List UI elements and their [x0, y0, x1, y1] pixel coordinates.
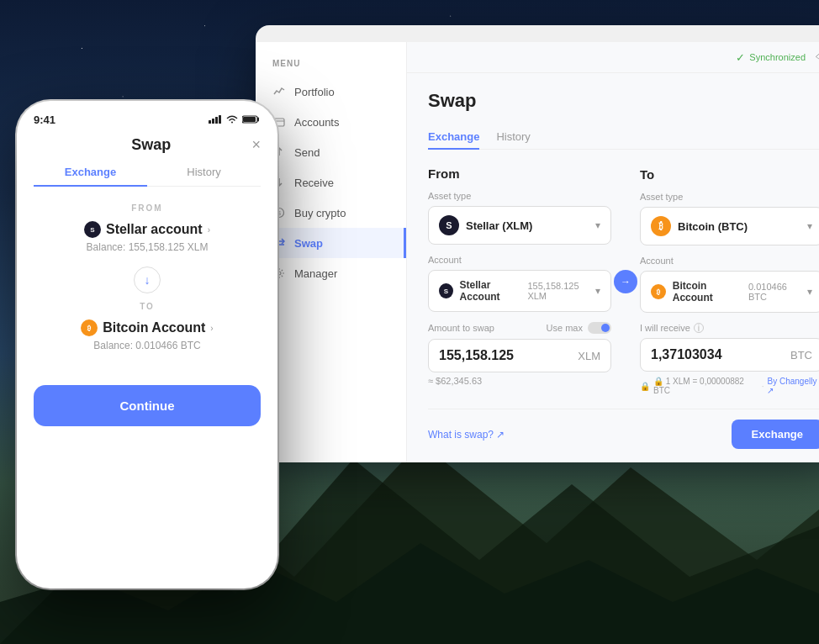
svg-point-9	[277, 272, 281, 275]
svg-rect-13	[219, 115, 221, 124]
from-asset-type-label: Asset type	[428, 191, 611, 201]
svg-rect-10	[209, 120, 211, 124]
phone-to-label: TO	[34, 302, 261, 311]
phone-close-button[interactable]: ×	[251, 136, 261, 154]
phone-to-account-name: Bitcoin Account	[103, 320, 205, 335]
amount-input[interactable]: 155,158.125 XLM	[428, 339, 611, 372]
phone-title: Swap	[50, 136, 251, 154]
tab-exchange[interactable]: Exchange	[428, 125, 479, 150]
phone-continue-button[interactable]: Continue	[34, 385, 261, 426]
sidebar-item-manager[interactable]: Manager	[256, 258, 406, 288]
swap-columns-wrapper: From Asset type S Stellar (XLM) ▾ Accoun…	[428, 166, 819, 396]
phone-from-account-chevron: ›	[208, 225, 210, 235]
amount-unit: XLM	[578, 350, 600, 362]
swap-panel: Swap Exchange History From Asset type S …	[407, 73, 819, 462]
sidebar-item-send[interactable]: Send	[256, 137, 406, 167]
sidebar-item-swap[interactable]: Swap	[256, 228, 406, 258]
desktop-frame: MENU Portfolio Accounts	[256, 25, 819, 462]
phone-arrow-circle: ↓	[134, 267, 161, 293]
svg-text:$: $	[277, 210, 281, 216]
phone-content: Swap × Exchange History FROM S Stellar a…	[17, 128, 277, 426]
receive-unit: BTC	[790, 349, 812, 362]
sidebar-item-receive[interactable]: Receive	[256, 167, 406, 198]
from-account-icon: S	[439, 283, 453, 298]
status-icons	[209, 115, 261, 124]
phone-tab-exchange[interactable]: Exchange	[34, 159, 147, 187]
phone-frame: 9:41 Swap ×	[17, 101, 277, 589]
phone-header: Swap ×	[34, 128, 261, 159]
sidebar-item-accounts[interactable]: Accounts	[256, 107, 406, 137]
from-account-name: Stellar Account	[460, 279, 528, 303]
stellar-asset-icon: S	[439, 215, 459, 235]
to-header: To	[640, 167, 819, 182]
phone-from-balance: Balance: 155,158.125 XLM	[34, 241, 261, 253]
phone-tabs: Exchange History	[34, 159, 261, 187]
phone-from-label: FROM	[34, 203, 261, 213]
swap-tabs: Exchange History	[428, 125, 819, 150]
phone-from-section: FROM S Stellar account › Balance: 155,15…	[34, 203, 261, 253]
amount-value: 155,158.125	[439, 348, 578, 363]
info-icon: i	[694, 323, 704, 333]
phone-to-balance: Balance: 0.010466 BTC	[34, 340, 261, 351]
to-account-label: Account	[640, 256, 819, 266]
bitcoin-asset-icon: ₿	[651, 216, 671, 236]
from-account-chevron: ▾	[595, 285, 600, 297]
to-account-select[interactable]: ₿ Bitcoin Account 0.010466 BTC ▾	[640, 271, 819, 313]
to-asset-select[interactable]: ₿ Bitcoin (BTC) ▾	[640, 207, 819, 245]
menu-label: MENU	[256, 59, 406, 77]
sync-icon: ✓	[736, 51, 745, 64]
signal-icon	[209, 115, 222, 124]
what-is-swap-link[interactable]: What is swap? ↗	[428, 429, 505, 441]
phone-status-bar: 9:41	[17, 101, 277, 128]
svg-rect-12	[215, 117, 218, 124]
wifi-icon	[226, 115, 238, 124]
to-column: To Asset type ₿ Bitcoin (BTC) ▾ Account	[640, 167, 819, 395]
toggle-thumb	[601, 324, 610, 332]
phone-to-account-icon: ₿	[81, 319, 98, 336]
lock-icon: 🔒	[640, 382, 650, 391]
eye-icon[interactable]: 👁	[816, 50, 819, 64]
phone-to-account-row[interactable]: ₿ Bitcoin Account ›	[34, 319, 261, 336]
phone-from-account-name: Stellar account	[106, 222, 203, 237]
swap-arrow: →	[614, 270, 637, 293]
svg-rect-11	[212, 119, 214, 124]
main-content: ✓ Synchronized 👁 Swap Exchange History F…	[407, 42, 819, 462]
phone-from-account-row[interactable]: S Stellar account ›	[34, 221, 261, 238]
to-account-chevron: ▾	[807, 286, 812, 298]
from-asset-select[interactable]: S Stellar (XLM) ▾	[428, 206, 611, 245]
from-column: From Asset type S Stellar (XLM) ▾ Accoun…	[428, 166, 611, 396]
to-account-name: Bitcoin Account	[673, 280, 748, 304]
use-max-toggle[interactable]: Use max	[547, 322, 611, 334]
receive-label: I will receive i	[640, 323, 819, 333]
amount-section: Amount to swap Use max 155,158.125	[428, 322, 611, 386]
sidebar: MENU Portfolio Accounts	[256, 42, 407, 462]
sync-badge: ✓ Synchronized	[736, 51, 806, 64]
from-asset-chevron: ▾	[595, 219, 600, 231]
top-bar: ✓ Synchronized 👁	[407, 42, 819, 73]
desktop-screen: MENU Portfolio Accounts	[256, 42, 819, 462]
from-asset-name: Stellar (XLM)	[466, 219, 532, 232]
swap-footer: What is swap? ↗ Exchange	[428, 409, 819, 449]
status-time: 9:41	[34, 113, 55, 126]
toggle-track[interactable]	[588, 322, 611, 334]
exchange-button[interactable]: Exchange	[732, 420, 819, 449]
svg-rect-15	[243, 117, 256, 122]
changelly-label: By Changelly ↗	[767, 377, 819, 395]
rate-info: 🔒 🔒 1 XLM = 0,00000882 BTC · By Changell…	[640, 377, 819, 395]
phone-to-section: TO ₿ Bitcoin Account › Balance: 0.010466…	[34, 302, 261, 351]
to-asset-chevron: ▾	[807, 220, 812, 232]
sidebar-item-buy-crypto[interactable]: $ Buy crypto	[256, 198, 406, 228]
phone-to-account-chevron: ›	[210, 324, 213, 333]
phone-tab-history[interactable]: History	[147, 159, 261, 187]
receive-value: 1,37103034	[651, 347, 790, 362]
phone-from-account-icon: S	[84, 221, 101, 238]
from-account-select[interactable]: S Stellar Account 155,158.125 XLM ▾	[428, 270, 611, 312]
swap-title: Swap	[428, 90, 819, 112]
battery-icon	[242, 115, 261, 124]
to-asset-type-label: Asset type	[640, 192, 819, 202]
tab-history[interactable]: History	[496, 125, 530, 150]
receive-input: 1,37103034 BTC	[640, 338, 819, 372]
to-account-balance: 0.010466 BTC	[748, 282, 807, 302]
portfolio-icon	[272, 85, 286, 98]
sidebar-item-portfolio[interactable]: Portfolio	[256, 77, 406, 107]
